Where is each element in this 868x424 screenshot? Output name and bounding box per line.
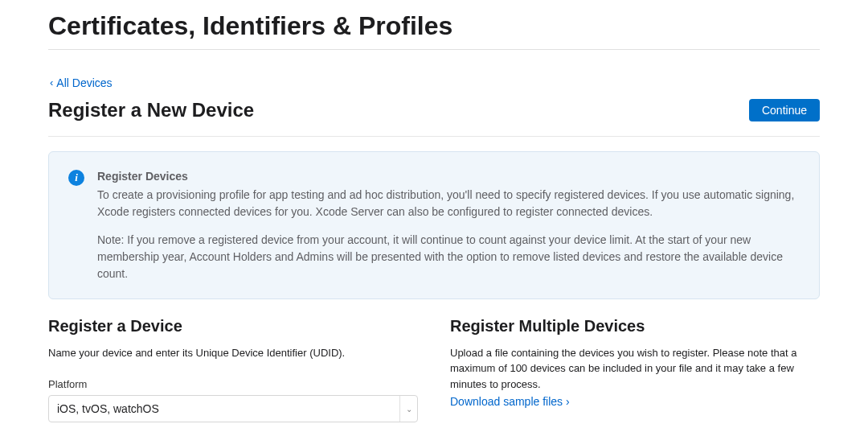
multi-title: Register Multiple Devices xyxy=(450,317,820,335)
page-title: Certificates, Identifiers & Profiles xyxy=(48,0,820,50)
back-link-label: All Devices xyxy=(56,76,112,89)
info-paragraph-2: Note: If you remove a registered device … xyxy=(97,232,800,282)
info-callout: i Register Devices To create a provision… xyxy=(48,151,820,299)
register-multiple-section: Register Multiple Devices Upload a file … xyxy=(450,317,820,425)
chevron-left-icon: ‹ xyxy=(50,76,53,89)
info-icon: i xyxy=(68,170,84,186)
page-subtitle: Register a New Device xyxy=(48,99,254,121)
multi-desc: Upload a file containing the devices you… xyxy=(450,345,820,393)
platform-label: Platform xyxy=(48,378,418,390)
single-desc: Name your device and enter its Unique De… xyxy=(48,345,418,361)
back-all-devices-link[interactable]: ‹ All Devices xyxy=(50,76,113,89)
info-paragraph-1: To create a provisioning profile for app… xyxy=(97,187,800,220)
info-title: Register Devices xyxy=(97,168,800,185)
platform-select[interactable]: iOS, tvOS, watchOS xyxy=(48,395,418,422)
download-sample-files-link[interactable]: Download sample files › xyxy=(450,395,570,408)
single-title: Register a Device xyxy=(48,317,418,335)
continue-button[interactable]: Continue xyxy=(749,99,820,121)
register-single-section: Register a Device Name your device and e… xyxy=(48,317,418,425)
